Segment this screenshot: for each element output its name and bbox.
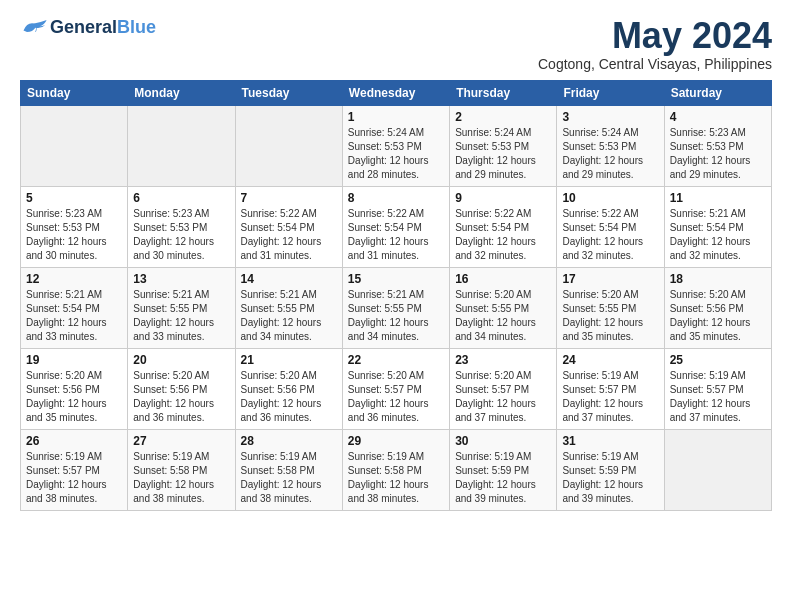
day-info: Sunrise: 5:19 AM Sunset: 5:58 PM Dayligh…: [348, 450, 444, 506]
day-number: 29: [348, 434, 444, 448]
day-info: Sunrise: 5:21 AM Sunset: 5:54 PM Dayligh…: [26, 288, 122, 344]
day-number: 18: [670, 272, 766, 286]
day-info: Sunrise: 5:24 AM Sunset: 5:53 PM Dayligh…: [455, 126, 551, 182]
calendar-cell: 1Sunrise: 5:24 AM Sunset: 5:53 PM Daylig…: [342, 105, 449, 186]
day-info: Sunrise: 5:24 AM Sunset: 5:53 PM Dayligh…: [348, 126, 444, 182]
page-header: GeneralBlue May 2024 Cogtong, Central Vi…: [20, 16, 772, 72]
day-number: 17: [562, 272, 658, 286]
calendar-cell: 24Sunrise: 5:19 AM Sunset: 5:57 PM Dayli…: [557, 348, 664, 429]
calendar-cell: 29Sunrise: 5:19 AM Sunset: 5:58 PM Dayli…: [342, 429, 449, 510]
calendar-cell: 21Sunrise: 5:20 AM Sunset: 5:56 PM Dayli…: [235, 348, 342, 429]
calendar-cell: 17Sunrise: 5:20 AM Sunset: 5:55 PM Dayli…: [557, 267, 664, 348]
weekday-header-thursday: Thursday: [450, 80, 557, 105]
day-info: Sunrise: 5:22 AM Sunset: 5:54 PM Dayligh…: [455, 207, 551, 263]
calendar-cell: 14Sunrise: 5:21 AM Sunset: 5:55 PM Dayli…: [235, 267, 342, 348]
day-info: Sunrise: 5:21 AM Sunset: 5:55 PM Dayligh…: [348, 288, 444, 344]
day-number: 27: [133, 434, 229, 448]
day-info: Sunrise: 5:20 AM Sunset: 5:57 PM Dayligh…: [455, 369, 551, 425]
calendar-cell: 30Sunrise: 5:19 AM Sunset: 5:59 PM Dayli…: [450, 429, 557, 510]
day-info: Sunrise: 5:19 AM Sunset: 5:57 PM Dayligh…: [562, 369, 658, 425]
calendar-cell: 16Sunrise: 5:20 AM Sunset: 5:55 PM Dayli…: [450, 267, 557, 348]
calendar-cell: 18Sunrise: 5:20 AM Sunset: 5:56 PM Dayli…: [664, 267, 771, 348]
day-info: Sunrise: 5:20 AM Sunset: 5:55 PM Dayligh…: [562, 288, 658, 344]
logo: GeneralBlue: [20, 16, 156, 38]
calendar-cell: [235, 105, 342, 186]
weekday-header-sunday: Sunday: [21, 80, 128, 105]
calendar-cell: 20Sunrise: 5:20 AM Sunset: 5:56 PM Dayli…: [128, 348, 235, 429]
calendar-cell: 25Sunrise: 5:19 AM Sunset: 5:57 PM Dayli…: [664, 348, 771, 429]
day-info: Sunrise: 5:20 AM Sunset: 5:56 PM Dayligh…: [133, 369, 229, 425]
day-info: Sunrise: 5:23 AM Sunset: 5:53 PM Dayligh…: [133, 207, 229, 263]
calendar-cell: 8Sunrise: 5:22 AM Sunset: 5:54 PM Daylig…: [342, 186, 449, 267]
day-number: 26: [26, 434, 122, 448]
day-number: 14: [241, 272, 337, 286]
day-info: Sunrise: 5:20 AM Sunset: 5:56 PM Dayligh…: [670, 288, 766, 344]
day-info: Sunrise: 5:19 AM Sunset: 5:59 PM Dayligh…: [455, 450, 551, 506]
calendar-cell: [21, 105, 128, 186]
day-number: 30: [455, 434, 551, 448]
day-info: Sunrise: 5:19 AM Sunset: 5:59 PM Dayligh…: [562, 450, 658, 506]
day-info: Sunrise: 5:19 AM Sunset: 5:57 PM Dayligh…: [670, 369, 766, 425]
calendar-body: 1Sunrise: 5:24 AM Sunset: 5:53 PM Daylig…: [21, 105, 772, 510]
day-info: Sunrise: 5:22 AM Sunset: 5:54 PM Dayligh…: [562, 207, 658, 263]
day-number: 9: [455, 191, 551, 205]
day-info: Sunrise: 5:23 AM Sunset: 5:53 PM Dayligh…: [26, 207, 122, 263]
calendar-cell: 19Sunrise: 5:20 AM Sunset: 5:56 PM Dayli…: [21, 348, 128, 429]
day-number: 5: [26, 191, 122, 205]
calendar-table: SundayMondayTuesdayWednesdayThursdayFrid…: [20, 80, 772, 511]
day-number: 4: [670, 110, 766, 124]
weekday-header-row: SundayMondayTuesdayWednesdayThursdayFrid…: [21, 80, 772, 105]
day-number: 23: [455, 353, 551, 367]
calendar-cell: 10Sunrise: 5:22 AM Sunset: 5:54 PM Dayli…: [557, 186, 664, 267]
calendar-cell: 13Sunrise: 5:21 AM Sunset: 5:55 PM Dayli…: [128, 267, 235, 348]
calendar-cell: 26Sunrise: 5:19 AM Sunset: 5:57 PM Dayli…: [21, 429, 128, 510]
day-number: 1: [348, 110, 444, 124]
calendar-cell: 9Sunrise: 5:22 AM Sunset: 5:54 PM Daylig…: [450, 186, 557, 267]
calendar-cell: 31Sunrise: 5:19 AM Sunset: 5:59 PM Dayli…: [557, 429, 664, 510]
weekday-header-saturday: Saturday: [664, 80, 771, 105]
calendar-header: SundayMondayTuesdayWednesdayThursdayFrid…: [21, 80, 772, 105]
day-info: Sunrise: 5:20 AM Sunset: 5:56 PM Dayligh…: [241, 369, 337, 425]
day-number: 21: [241, 353, 337, 367]
calendar-cell: 3Sunrise: 5:24 AM Sunset: 5:53 PM Daylig…: [557, 105, 664, 186]
calendar-cell: 22Sunrise: 5:20 AM Sunset: 5:57 PM Dayli…: [342, 348, 449, 429]
calendar-cell: 4Sunrise: 5:23 AM Sunset: 5:53 PM Daylig…: [664, 105, 771, 186]
day-number: 7: [241, 191, 337, 205]
day-number: 11: [670, 191, 766, 205]
day-number: 15: [348, 272, 444, 286]
day-number: 13: [133, 272, 229, 286]
calendar-week-row: 5Sunrise: 5:23 AM Sunset: 5:53 PM Daylig…: [21, 186, 772, 267]
calendar-week-row: 26Sunrise: 5:19 AM Sunset: 5:57 PM Dayli…: [21, 429, 772, 510]
day-number: 28: [241, 434, 337, 448]
day-number: 6: [133, 191, 229, 205]
calendar-cell: 2Sunrise: 5:24 AM Sunset: 5:53 PM Daylig…: [450, 105, 557, 186]
day-number: 12: [26, 272, 122, 286]
weekday-header-monday: Monday: [128, 80, 235, 105]
calendar-cell: 11Sunrise: 5:21 AM Sunset: 5:54 PM Dayli…: [664, 186, 771, 267]
logo-text: GeneralBlue: [50, 18, 156, 36]
calendar-cell: 6Sunrise: 5:23 AM Sunset: 5:53 PM Daylig…: [128, 186, 235, 267]
day-number: 19: [26, 353, 122, 367]
day-number: 2: [455, 110, 551, 124]
calendar-cell: 15Sunrise: 5:21 AM Sunset: 5:55 PM Dayli…: [342, 267, 449, 348]
day-number: 16: [455, 272, 551, 286]
calendar-cell: 28Sunrise: 5:19 AM Sunset: 5:58 PM Dayli…: [235, 429, 342, 510]
calendar-cell: [128, 105, 235, 186]
day-info: Sunrise: 5:20 AM Sunset: 5:55 PM Dayligh…: [455, 288, 551, 344]
day-info: Sunrise: 5:22 AM Sunset: 5:54 PM Dayligh…: [348, 207, 444, 263]
logo-bird-icon: [20, 16, 48, 38]
day-info: Sunrise: 5:21 AM Sunset: 5:54 PM Dayligh…: [670, 207, 766, 263]
main-title: May 2024: [538, 16, 772, 56]
calendar-week-row: 1Sunrise: 5:24 AM Sunset: 5:53 PM Daylig…: [21, 105, 772, 186]
day-info: Sunrise: 5:20 AM Sunset: 5:57 PM Dayligh…: [348, 369, 444, 425]
day-number: 31: [562, 434, 658, 448]
title-block: May 2024 Cogtong, Central Visayas, Phili…: [538, 16, 772, 72]
calendar-cell: [664, 429, 771, 510]
calendar-cell: 23Sunrise: 5:20 AM Sunset: 5:57 PM Dayli…: [450, 348, 557, 429]
day-number: 20: [133, 353, 229, 367]
calendar-week-row: 19Sunrise: 5:20 AM Sunset: 5:56 PM Dayli…: [21, 348, 772, 429]
day-number: 25: [670, 353, 766, 367]
day-info: Sunrise: 5:21 AM Sunset: 5:55 PM Dayligh…: [133, 288, 229, 344]
calendar-cell: 27Sunrise: 5:19 AM Sunset: 5:58 PM Dayli…: [128, 429, 235, 510]
day-info: Sunrise: 5:23 AM Sunset: 5:53 PM Dayligh…: [670, 126, 766, 182]
